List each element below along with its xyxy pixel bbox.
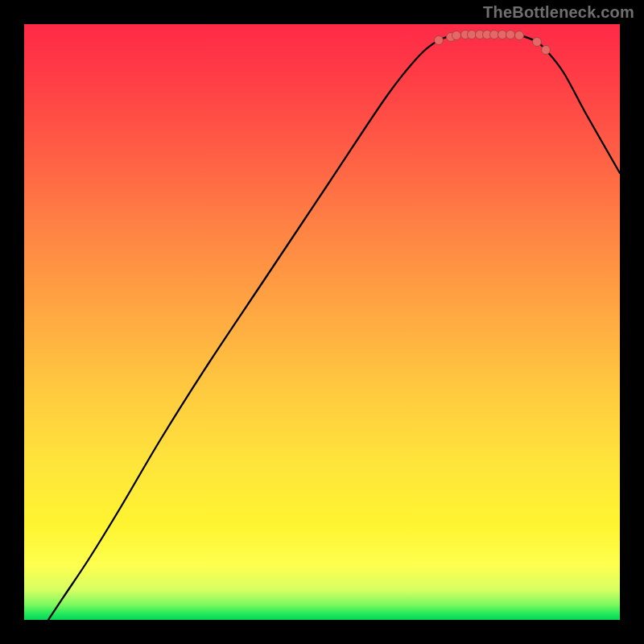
bottleneck-curve (48, 35, 620, 620)
chart-frame: TheBottleneck.com (0, 0, 644, 644)
plot-area (24, 24, 620, 620)
marker-point (435, 36, 444, 45)
flat-region-markers (435, 31, 551, 55)
curve-layer (24, 24, 620, 620)
marker-point (533, 38, 542, 47)
marker-point (468, 31, 477, 39)
marker-point (452, 31, 461, 40)
watermark-text: TheBottleneck.com (483, 3, 634, 22)
marker-point (490, 31, 499, 39)
marker-point (498, 31, 507, 39)
marker-point (542, 46, 551, 55)
marker-point (515, 31, 524, 40)
marker-point (506, 31, 515, 39)
